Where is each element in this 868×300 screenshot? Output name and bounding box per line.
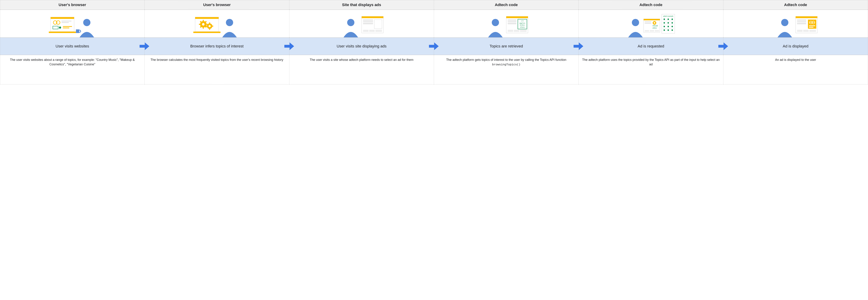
svg-rect-98 bbox=[809, 27, 813, 28]
svg-rect-101 bbox=[809, 30, 816, 32]
svg-rect-89 bbox=[796, 16, 817, 18]
step-band: Browser infers topics of interest bbox=[145, 37, 289, 55]
svg-point-83 bbox=[672, 29, 673, 31]
svg-point-87 bbox=[781, 19, 788, 26]
svg-point-82 bbox=[668, 29, 669, 31]
arrow-icon bbox=[140, 43, 149, 50]
svg-point-77 bbox=[672, 22, 673, 24]
svg-text:apples: apples bbox=[519, 22, 525, 24]
svg-rect-92 bbox=[797, 23, 806, 24]
step-label: Ad is requested bbox=[580, 44, 722, 49]
svg-point-72 bbox=[663, 19, 665, 20]
illus-browser-infers bbox=[145, 10, 289, 37]
svg-text:</>: </> bbox=[521, 20, 524, 22]
step-description: The adtech platform uses the topics prov… bbox=[579, 55, 723, 84]
svg-point-20 bbox=[209, 25, 211, 27]
svg-rect-15 bbox=[195, 17, 219, 19]
svg-rect-68 bbox=[650, 30, 654, 31]
svg-rect-55 bbox=[507, 30, 513, 32]
arrow-icon bbox=[429, 43, 439, 50]
svg-point-44 bbox=[492, 19, 499, 26]
svg-rect-2 bbox=[49, 32, 76, 33]
topics-api-flow-diagram: User's browser User's browser Site that … bbox=[0, 0, 868, 84]
svg-text:bikes: bikes bbox=[520, 24, 525, 26]
svg-rect-90 bbox=[797, 20, 806, 21]
svg-point-75 bbox=[663, 22, 665, 24]
svg-point-34 bbox=[347, 19, 354, 26]
svg-rect-67 bbox=[645, 30, 649, 31]
col-header: Adtech code bbox=[723, 0, 868, 10]
svg-text:adtech.example: adtech.example bbox=[663, 15, 673, 17]
svg-rect-46 bbox=[506, 16, 528, 18]
col-header: Adtech code bbox=[434, 0, 579, 10]
arrow-icon bbox=[718, 43, 728, 50]
svg-rect-47 bbox=[507, 20, 516, 21]
svg-rect-39 bbox=[363, 23, 373, 24]
step-description: The user visits websites about a range o… bbox=[0, 55, 145, 84]
step-description: The browser calculates the most frequent… bbox=[145, 55, 289, 84]
svg-text:>0110: >0110 bbox=[652, 25, 658, 27]
svg-point-78 bbox=[663, 26, 665, 27]
svg-rect-100 bbox=[803, 30, 809, 32]
svg-rect-16 bbox=[193, 32, 220, 33]
svg-line-27 bbox=[200, 26, 201, 27]
svg-rect-91 bbox=[797, 21, 806, 22]
col-header: Adtech code bbox=[579, 0, 723, 10]
svg-point-33 bbox=[226, 19, 233, 26]
svg-rect-9 bbox=[63, 26, 72, 27]
svg-point-58 bbox=[632, 19, 639, 26]
svg-text:>011: >011 bbox=[652, 27, 657, 29]
svg-point-18 bbox=[202, 23, 205, 26]
step-label: Browser infers topics of interest bbox=[146, 44, 288, 49]
col-header: Site that displays ads bbox=[289, 0, 434, 10]
svg-rect-60 bbox=[644, 19, 660, 20]
svg-rect-42 bbox=[369, 30, 375, 32]
arrow-icon bbox=[284, 43, 294, 50]
svg-rect-43 bbox=[375, 30, 382, 32]
svg-point-79 bbox=[668, 26, 669, 27]
svg-point-8 bbox=[59, 26, 61, 29]
svg-rect-10 bbox=[63, 28, 69, 28]
svg-point-80 bbox=[672, 26, 673, 27]
illus-user-browsing bbox=[0, 10, 145, 37]
illus-user-visits-adsite bbox=[289, 10, 434, 37]
svg-rect-37 bbox=[363, 20, 373, 21]
step-description: An ad is displayed to the user bbox=[723, 55, 868, 84]
svg-line-28 bbox=[206, 21, 207, 22]
svg-rect-57 bbox=[520, 30, 527, 32]
svg-rect-56 bbox=[514, 30, 519, 32]
step-band: User visits websites bbox=[0, 37, 145, 55]
step-band: Ad is displayed bbox=[723, 37, 868, 55]
svg-rect-5 bbox=[61, 21, 71, 21]
illus-ad-displayed bbox=[723, 10, 868, 37]
svg-point-81 bbox=[663, 29, 665, 31]
svg-rect-41 bbox=[363, 30, 368, 32]
illus-ad-requested: >0110 >011 adtech.example bbox=[579, 10, 723, 37]
illus-topics-retrieved: </> apples bikes shoes bbox=[434, 10, 579, 37]
svg-text:shoes: shoes bbox=[520, 26, 525, 28]
svg-rect-97 bbox=[809, 25, 815, 26]
svg-point-73 bbox=[668, 19, 669, 20]
step-description: The user visits a site whose adtech plat… bbox=[289, 55, 434, 84]
svg-rect-99 bbox=[797, 30, 802, 32]
svg-line-25 bbox=[200, 21, 201, 22]
svg-rect-48 bbox=[507, 21, 516, 22]
svg-point-74 bbox=[672, 19, 673, 20]
svg-point-12 bbox=[79, 30, 81, 32]
svg-point-64 bbox=[654, 22, 655, 24]
step-band: User visits site displaying ads bbox=[289, 37, 434, 55]
svg-rect-69 bbox=[655, 30, 659, 31]
col-header: User's browser bbox=[0, 0, 145, 10]
step-band: Topics are retrieved bbox=[434, 37, 579, 55]
svg-rect-1 bbox=[51, 17, 74, 19]
step-label: User visits site displaying ads bbox=[290, 44, 433, 49]
svg-point-13 bbox=[83, 19, 90, 26]
arrow-icon bbox=[574, 43, 583, 50]
step-label: Topics are retrieved bbox=[435, 44, 578, 49]
col-header: User's browser bbox=[145, 0, 289, 10]
svg-point-76 bbox=[668, 22, 669, 24]
svg-rect-38 bbox=[363, 21, 373, 22]
svg-rect-6 bbox=[61, 22, 69, 23]
step-band: Ad is requested bbox=[579, 37, 723, 55]
svg-rect-62 bbox=[645, 23, 651, 24]
